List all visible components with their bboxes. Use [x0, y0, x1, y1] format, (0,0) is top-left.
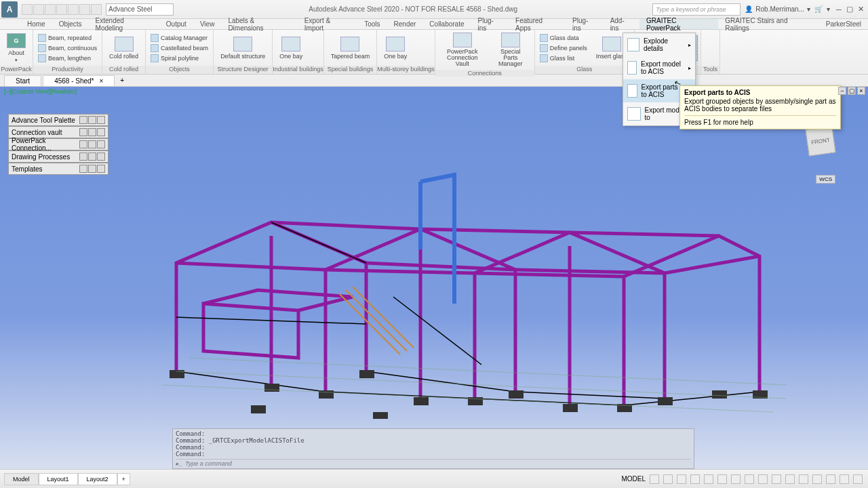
view-label[interactable]: [−][Custom View][Realistic] — [4, 88, 77, 95]
palette-row[interactable]: Drawing Processes — [8, 150, 108, 163]
ribbon-tab[interactable]: GRAITEC PowerPack — [639, 19, 718, 29]
onebay-industrial-button[interactable]: One bay — [275, 35, 307, 61]
help-icon[interactable]: ▾ — [827, 5, 830, 13]
ribbon-tab[interactable]: Output — [159, 19, 193, 29]
pal-icon[interactable] — [79, 152, 87, 161]
ribbon-tab[interactable]: Export & Import — [298, 19, 357, 29]
qat-new-icon[interactable] — [22, 4, 33, 15]
palette-row[interactable]: Advance Tool Palette — [8, 114, 108, 126]
layout-tab[interactable]: Layout2 — [78, 473, 117, 485]
ribbon-tab[interactable]: Labels & Dimensions — [221, 19, 297, 29]
pal-icon[interactable] — [79, 140, 87, 148]
palette-row[interactable]: Templates — [8, 163, 108, 175]
polar-icon[interactable] — [690, 474, 700, 484]
layout-tab[interactable]: Layout1 — [39, 473, 78, 485]
snap-icon[interactable] — [663, 474, 673, 484]
settings-icon[interactable] — [799, 474, 808, 484]
connection-vault-button[interactable]: PowerPack Connection Vault — [438, 31, 487, 68]
pal-icon[interactable] — [88, 165, 96, 173]
pal-icon[interactable] — [79, 165, 87, 173]
layout-tab[interactable]: Model — [4, 473, 39, 485]
customize-icon[interactable] — [772, 474, 781, 484]
special-parts-button[interactable]: Special Parts Manager — [490, 31, 532, 68]
ribbon-tab[interactable]: Objects — [52, 19, 89, 29]
qat-open-icon[interactable] — [33, 4, 44, 15]
user-menu[interactable]: 👤 Rob.Merriman... ▾ — [745, 5, 810, 13]
cleanscreen-icon[interactable] — [785, 474, 795, 484]
ribbon-item[interactable]: Beam, repeated — [36, 33, 99, 43]
ribbon-tab[interactable]: Collaborate — [422, 19, 471, 29]
tapered-beam-button[interactable]: Tapered beam — [327, 35, 374, 61]
ribbon-tab[interactable]: ParkerSteel — [819, 19, 868, 29]
ribbon-tab[interactable]: Extended Modeling — [89, 19, 159, 29]
ribbon-tab[interactable]: Home — [20, 19, 52, 29]
ribbon-tab[interactable]: Plug-ins — [471, 19, 509, 29]
about-button[interactable]: GAbout▾ — [3, 32, 30, 64]
tab-start[interactable]: Start — [4, 75, 41, 86]
maximize-button[interactable]: ▢ — [845, 5, 854, 14]
pal-icon[interactable] — [79, 128, 87, 136]
grid-icon[interactable] — [650, 474, 659, 484]
pal-close-icon[interactable] — [97, 165, 105, 173]
pal-close-icon[interactable] — [97, 128, 105, 136]
close-button[interactable]: ✕ — [856, 5, 865, 14]
pal-icon[interactable] — [79, 116, 87, 124]
minimize-button[interactable]: ─ — [834, 5, 844, 14]
model-label[interactable]: MODEL — [621, 475, 646, 483]
workspace-icon[interactable] — [758, 474, 768, 484]
search-input[interactable]: Type a keyword or phrase — [652, 3, 741, 16]
more4-icon[interactable] — [853, 474, 863, 484]
add-layout-button[interactable]: + — [117, 473, 130, 485]
ribbon-tab[interactable]: GRAITEC Stairs and Railings — [718, 19, 819, 29]
ribbon-item[interactable]: Catalog Manager — [149, 33, 210, 43]
qat-undo-icon[interactable] — [79, 4, 90, 15]
pal-icon[interactable] — [88, 128, 96, 136]
ribbon-tab[interactable]: Featured Apps — [509, 19, 566, 29]
cart-icon[interactable]: 🛒 — [814, 5, 823, 13]
dropdown-item[interactable]: Export model to ACIS▸ — [623, 56, 695, 79]
ortho-icon[interactable] — [677, 474, 686, 484]
new-tab-button[interactable]: + — [116, 75, 128, 85]
command-input[interactable]: ▸_ Type a command — [176, 459, 691, 467]
ribbon-item[interactable]: Castellated beam — [149, 43, 210, 53]
palette-row[interactable]: PowerPack Connection... — [8, 138, 108, 150]
iso-icon[interactable] — [704, 474, 713, 484]
style-combo[interactable]: Advance Steel — [106, 3, 174, 16]
qat-saveas-icon[interactable] — [56, 4, 67, 15]
ribbon-item[interactable]: Beam, lengthen — [36, 54, 99, 63]
ribbon-item[interactable]: Spiral polyline — [149, 54, 210, 63]
close-tab-icon[interactable]: × — [100, 77, 104, 85]
ribbon-tab[interactable]: Render — [387, 19, 423, 29]
pal-icon[interactable] — [88, 152, 96, 161]
viewport[interactable]: [−][Custom View][Realistic] Advance Tool… — [0, 87, 868, 469]
ribbon-item[interactable]: Glass list — [538, 54, 589, 63]
pal-close-icon[interactable] — [97, 152, 105, 161]
ribbon-tab[interactable]: Tools — [357, 19, 387, 29]
coldrolled-button[interactable]: Cold rolled — [105, 35, 142, 61]
more3-icon[interactable] — [840, 474, 849, 484]
ribbon-tab[interactable]: Plug-ins — [566, 19, 604, 29]
tab-shed[interactable]: 4568 - Shed*× — [43, 75, 115, 86]
panel-min-icon[interactable]: − — [838, 87, 846, 95]
qat-redo-icon[interactable] — [91, 4, 102, 15]
dropdown-item[interactable]: Explode details▸ — [623, 33, 695, 56]
anno-icon[interactable] — [731, 474, 741, 484]
osnap-icon[interactable] — [717, 474, 727, 484]
pal-icon[interactable] — [88, 140, 96, 148]
wcs-label[interactable]: WCS — [816, 175, 835, 184]
pal-icon[interactable] — [88, 116, 96, 124]
more2-icon[interactable] — [826, 474, 835, 484]
panel-close-icon[interactable]: × — [857, 87, 865, 95]
viewcube[interactable]: FRONT — [805, 125, 835, 156]
default-structure-button[interactable]: Default structure — [216, 35, 269, 61]
ribbon-item[interactable]: Beam, continuous — [36, 43, 99, 53]
pal-close-icon[interactable] — [97, 116, 105, 124]
app-icon[interactable]: A — [1, 1, 18, 18]
pal-close-icon[interactable] — [97, 140, 105, 148]
gizmo-icon[interactable] — [745, 474, 754, 484]
qat-print-icon[interactable] — [68, 4, 79, 15]
qat-save-icon[interactable] — [45, 4, 56, 15]
ribbon-item[interactable]: Glass data — [538, 33, 589, 43]
ribbon-tab[interactable]: View — [193, 19, 222, 29]
onebay-multistorey-button[interactable]: One bay — [380, 35, 411, 61]
